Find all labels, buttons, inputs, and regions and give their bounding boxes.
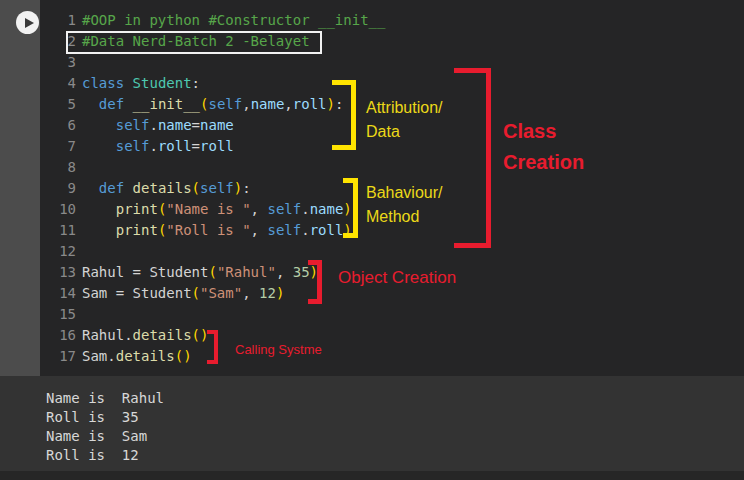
class-creation-bracket [454, 68, 491, 248]
attribution-label: Attribution/ Data [366, 96, 442, 144]
code-line[interactable]: 14Sam = Student("Sam", 12) [40, 283, 385, 304]
behaviour-label-line2: Method [366, 208, 419, 225]
console-line: Name is Rahul [46, 389, 744, 408]
line-number: 13 [40, 262, 76, 283]
code-text: #OOP in python #Constructor __init__ [76, 10, 385, 31]
calling-label: Calling Systme [235, 342, 322, 357]
code-line[interactable]: 12 [40, 241, 385, 262]
object-creation-bracket [308, 260, 322, 304]
run-button[interactable] [16, 11, 39, 34]
code-text: Sam = Student("Sam", 12) [76, 283, 284, 304]
code-line[interactable]: 13Rahul = Student("Rahul", 35) [40, 262, 385, 283]
bottom-bar [0, 471, 744, 480]
play-icon [25, 18, 34, 28]
code-text: print("Roll is ", self.roll) [76, 220, 352, 241]
console-line: Roll is 12 [46, 446, 744, 465]
line-number: 6 [40, 115, 76, 136]
console-line: Roll is 35 [46, 408, 744, 427]
behaviour-label-line1: Bahaviour/ [366, 184, 443, 201]
line-number: 12 [40, 241, 76, 262]
code-line[interactable]: 1#OOP in python #Constructor __init__ [40, 10, 385, 31]
line-number: 16 [40, 325, 76, 346]
code-area: 1#OOP in python #Constructor __init__2#D… [40, 10, 385, 367]
line-number: 1 [40, 10, 76, 31]
line-number: 11 [40, 220, 76, 241]
code-line[interactable]: 15 [40, 304, 385, 325]
code-text [76, 304, 82, 325]
code-text: print("Name is ", self.name) [76, 199, 352, 220]
code-text: Sam.details() [76, 346, 192, 367]
code-line[interactable]: 3 [40, 52, 385, 73]
line-number: 4 [40, 73, 76, 94]
code-text: self.name=name [76, 115, 234, 136]
code-text: Rahul = Student("Rahul", 35) [76, 262, 318, 283]
code-text [76, 157, 82, 178]
line-number: 14 [40, 283, 76, 304]
code-text: self.roll=roll [76, 136, 234, 157]
attribution-bracket [332, 80, 356, 150]
code-text [76, 241, 82, 262]
code-line[interactable]: 10 print("Name is ", self.name) [40, 199, 385, 220]
class-creation-label: Class Creation [503, 116, 584, 178]
code-line[interactable]: 9 def details(self): [40, 178, 385, 199]
app-window: 1#OOP in python #Constructor __init__2#D… [0, 0, 744, 480]
calling-bracket [207, 330, 218, 364]
attribution-label-line1: Attribution/ [366, 99, 442, 116]
line-number: 7 [40, 136, 76, 157]
code-line[interactable]: 8 [40, 157, 385, 178]
line-number: 10 [40, 199, 76, 220]
code-text: def __init__(self,name,roll): [76, 94, 343, 115]
code-editor: 1#OOP in python #Constructor __init__2#D… [40, 0, 744, 376]
code-text: def details(self): [76, 178, 251, 199]
behaviour-bracket [343, 178, 358, 238]
class-creation-label-line2: Creation [503, 151, 584, 173]
code-text [76, 52, 82, 73]
line-number: 8 [40, 157, 76, 178]
code-line[interactable]: 11 print("Roll is ", self.roll) [40, 220, 385, 241]
highlight-box [66, 31, 322, 54]
class-creation-label-line1: Class [503, 120, 556, 142]
console-line: Name is Sam [46, 427, 744, 446]
line-number: 3 [40, 52, 76, 73]
line-number: 9 [40, 178, 76, 199]
behaviour-label: Bahaviour/ Method [366, 181, 443, 229]
object-creation-label: Object Creation [338, 268, 456, 288]
line-number: 15 [40, 304, 76, 325]
attribution-label-line2: Data [366, 123, 400, 140]
editor-gutter-bar [0, 0, 40, 376]
output-console: Name is RahulRoll is 35Name is SamRoll i… [0, 376, 744, 480]
code-text: class Student: [76, 73, 200, 94]
line-number: 17 [40, 346, 76, 367]
code-text: Rahul.details() [76, 325, 208, 346]
line-number: 5 [40, 94, 76, 115]
